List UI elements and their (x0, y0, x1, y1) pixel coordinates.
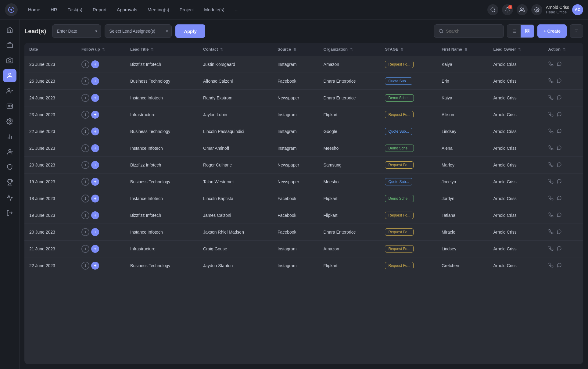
whatsapp-icon[interactable] (557, 95, 562, 101)
stage-badge[interactable]: Request Fo... (385, 245, 414, 253)
stage-badge[interactable]: Request Fo... (385, 228, 414, 236)
sidebar-settings-icon[interactable] (3, 115, 16, 128)
sidebar-users-icon[interactable] (3, 69, 16, 82)
sidebar-analytics-icon[interactable] (3, 191, 16, 204)
followup-count[interactable]: 1 (81, 178, 89, 186)
col-followup[interactable]: Follow up ⇅ (77, 43, 125, 56)
col-lead-owner[interactable]: Lead Owner ⇅ (488, 43, 543, 56)
call-icon[interactable] (548, 61, 554, 68)
filter-button[interactable] (570, 24, 583, 38)
call-icon[interactable] (548, 145, 554, 152)
stage-badge[interactable]: Request Fo... (385, 61, 414, 68)
stage-badge[interactable]: Demo Sche... (385, 195, 414, 202)
list-view-button[interactable] (507, 25, 521, 38)
call-icon[interactable] (548, 229, 554, 235)
followup-add-button[interactable]: + (91, 77, 99, 85)
nav-more[interactable]: ··· (231, 5, 243, 14)
followup-count[interactable]: 1 (81, 245, 89, 253)
followup-add-button[interactable]: + (91, 94, 99, 102)
col-date[interactable]: Date (24, 43, 77, 56)
whatsapp-icon[interactable] (557, 128, 562, 135)
whatsapp-icon[interactable] (557, 61, 562, 68)
whatsapp-icon[interactable] (557, 212, 562, 219)
followup-count[interactable]: 1 (81, 161, 89, 169)
followup-add-button[interactable]: + (91, 195, 99, 202)
nav-home[interactable]: Home (24, 5, 45, 14)
col-lead-title[interactable]: Lead Title ⇅ (125, 43, 198, 56)
call-icon[interactable] (548, 246, 554, 252)
whatsapp-icon[interactable] (557, 246, 562, 252)
followup-count[interactable]: 1 (81, 144, 89, 152)
followup-count[interactable]: 1 (81, 127, 89, 135)
call-icon[interactable] (548, 195, 554, 202)
col-action[interactable]: Action ⇅ (543, 43, 583, 56)
followup-add-button[interactable]: + (91, 127, 99, 135)
sidebar-chart-icon[interactable] (3, 130, 16, 143)
followup-add-button[interactable]: + (91, 161, 99, 169)
followup-count[interactable]: 1 (81, 228, 89, 236)
followup-add-button[interactable]: + (91, 245, 99, 253)
stage-badge[interactable]: Demo Sche... (385, 94, 414, 102)
stage-badge[interactable]: Demo Sche... (385, 145, 414, 152)
whatsapp-icon[interactable] (557, 145, 562, 152)
col-organization[interactable]: Organization ⇅ (319, 43, 380, 56)
followup-add-button[interactable]: + (91, 111, 99, 119)
followup-add-button[interactable]: + (91, 178, 99, 186)
sidebar-shield-icon[interactable] (3, 160, 16, 174)
stage-badge[interactable]: Quote Sub... (385, 178, 412, 185)
nav-report[interactable]: Report (88, 5, 111, 14)
whatsapp-icon[interactable] (557, 229, 562, 235)
followup-count[interactable]: 1 (81, 262, 89, 270)
stage-badge[interactable]: Quote Sub... (385, 77, 412, 85)
nav-approvals[interactable]: Approvals (113, 5, 142, 14)
stage-badge[interactable]: Request Fo... (385, 111, 414, 118)
sidebar-id-card-icon[interactable] (3, 99, 16, 113)
sidebar-contact-icon[interactable] (3, 145, 16, 159)
assignee-filter[interactable]: Select Lead Assignee(s) (105, 24, 172, 38)
stage-badge[interactable]: Request Fo... (385, 262, 414, 269)
whatsapp-icon[interactable] (557, 112, 562, 118)
followup-add-button[interactable]: + (91, 262, 99, 270)
sidebar-trophy-icon[interactable] (3, 176, 16, 189)
whatsapp-icon[interactable] (557, 263, 562, 269)
stage-badge[interactable]: Request Fo... (385, 212, 414, 219)
stage-badge[interactable]: Request Fo... (385, 161, 414, 169)
followup-add-button[interactable]: + (91, 228, 99, 236)
user-profile[interactable]: Arnold Criss Head Office AC (546, 4, 583, 15)
call-icon[interactable] (548, 128, 554, 135)
sidebar-briefcase-icon[interactable] (3, 38, 16, 52)
sidebar-home-icon[interactable] (3, 23, 16, 37)
create-button[interactable]: + Create (537, 24, 567, 38)
nav-project[interactable]: Project (175, 5, 198, 14)
notifications-button[interactable]: 1 (502, 4, 513, 15)
team-button[interactable] (517, 4, 528, 15)
followup-count[interactable]: 1 (81, 77, 89, 85)
col-source[interactable]: Source ⇅ (273, 43, 319, 56)
sidebar-user-check-icon[interactable] (3, 84, 16, 98)
followup-add-button[interactable]: + (91, 60, 99, 68)
stage-badge[interactable]: Quote Sub... (385, 128, 412, 135)
col-contact[interactable]: Contact ⇅ (198, 43, 273, 56)
call-icon[interactable] (548, 263, 554, 269)
col-first-name[interactable]: First Name ⇅ (437, 43, 489, 56)
followup-count[interactable]: 1 (81, 60, 89, 68)
date-filter[interactable]: Enter Date (52, 24, 101, 38)
followup-add-button[interactable]: + (91, 211, 99, 219)
followup-add-button[interactable]: + (91, 144, 99, 152)
nav-hr[interactable]: HR (46, 5, 62, 14)
followup-count[interactable]: 1 (81, 94, 89, 102)
sidebar-camera-icon[interactable] (3, 54, 16, 67)
call-icon[interactable] (548, 212, 554, 219)
grid-view-button[interactable] (521, 25, 534, 38)
apply-button[interactable]: Apply (175, 24, 205, 38)
search-input[interactable] (446, 29, 499, 34)
nav-meetings[interactable]: Meeting(s) (143, 5, 174, 14)
call-icon[interactable] (548, 78, 554, 84)
search-button[interactable] (487, 4, 498, 15)
whatsapp-icon[interactable] (557, 179, 562, 185)
col-stage[interactable]: STAGE ⇅ (380, 43, 437, 56)
call-icon[interactable] (548, 95, 554, 101)
app-logo[interactable] (5, 3, 18, 16)
nav-modules[interactable]: Module(s) (200, 5, 229, 14)
followup-count[interactable]: 1 (81, 211, 89, 219)
